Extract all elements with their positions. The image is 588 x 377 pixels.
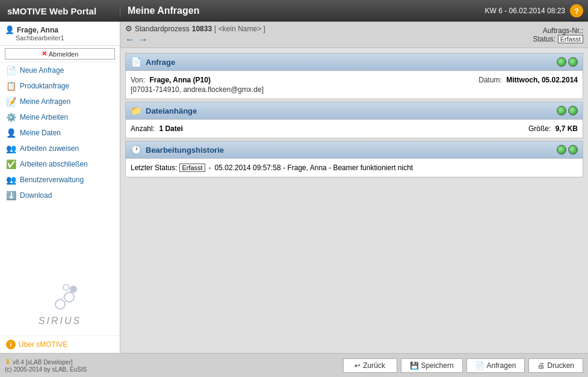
groesse-label: Größe: [528, 124, 551, 133]
process-nav: ← → [125, 34, 265, 45]
footer-version: ⬇ v8.4 [sLAB Developer] (c) 2005-2014 by… [5, 358, 87, 373]
section-datei-btn-2[interactable] [568, 106, 578, 115]
gear-person-icon: ⚙️ [6, 112, 16, 122]
letzter-status-label: Letzter Status: [131, 164, 177, 172]
download-icon: ⬇️ [6, 191, 16, 200]
sidebar-logo-area: SIRIUS [0, 271, 120, 336]
svg-point-0 [55, 299, 65, 309]
footer: ⬇ v8.4 [sLAB Developer] (c) 2005-2014 by… [0, 353, 588, 377]
sirius-logo-svg [36, 280, 84, 313]
sidebar-item-meine-daten[interactable]: 👤 Meine Daten [0, 125, 120, 141]
section-history-btn-2[interactable] [568, 145, 578, 155]
sidebar-item-benutzerverwaltung[interactable]: 👥 Benutzerverwaltung [0, 172, 120, 188]
x-icon: ✕ [42, 50, 47, 58]
sidebar-user-name: 👤 Frage, Anna [5, 25, 115, 34]
folder-icon: 📁 [131, 105, 142, 116]
section-history-btn-1[interactable] [557, 145, 566, 155]
svg-point-2 [70, 286, 77, 293]
svg-point-1 [64, 292, 74, 302]
datum-area: Datum: Mittwoch, 05.02.2014 [478, 76, 578, 84]
zurueck-button[interactable]: ↩ Zurück [343, 358, 397, 373]
nav-forward-arrow[interactable]: → [138, 34, 148, 45]
von-label: Von: [131, 76, 145, 84]
footer-version-line1: ⬇ v8.4 [sLAB Developer] [5, 358, 87, 366]
process-bar: ⚙ Standardprozess 10833 [ <kein Name> ] … [120, 22, 588, 48]
datum-label: Datum: [478, 76, 502, 84]
drucken-icon: 🖨 [537, 361, 545, 370]
sidebar-item-meine-arbeiten[interactable]: ⚙️ Meine Arbeiten [0, 109, 120, 125]
sidebar-item-arbeiten-zuweisen[interactable]: 👥 Arbeiten zuweisen [0, 141, 120, 156]
section-history-content: Letzter Status: Erfasst - 05.02.2014 09:… [126, 159, 583, 177]
sirius-logo-text: SIRIUS [9, 316, 111, 326]
erfasst-badge-top: Erfasst [558, 35, 583, 43]
zurueck-icon: ↩ [354, 361, 361, 370]
section-datei-btn-1[interactable] [557, 106, 566, 115]
sidebar-user-role: Sachbearbeiter1 [5, 34, 115, 41]
sidebar-nav: 📄 Neue Anfrage 📋 Produktanfrage 📝 Meine … [0, 63, 120, 271]
section-anfrage-title: 📄 Anfrage [131, 57, 175, 67]
help-button[interactable]: ? [570, 4, 583, 17]
section-anfrage-controls [557, 57, 578, 67]
logout-button[interactable]: ✕ Abmelden [5, 48, 115, 60]
anfrage-doc-icon: 📄 [131, 57, 142, 67]
section-anfrage: 📄 Anfrage Von: Frage, Anna (P10) [125, 53, 583, 99]
anzahl-value: 1 Datei [159, 124, 182, 133]
sidebar-item-neue-anfrage[interactable]: 📄 Neue Anfrage [0, 63, 120, 78]
anfragen-icon: 📄 [475, 361, 484, 370]
sidebar-item-arbeiten-abschliessen[interactable]: ✅ Arbeiten abschließen [0, 156, 120, 172]
section-anfrage-header: 📄 Anfrage [126, 54, 583, 71]
anzahl-label: Anzahl: [131, 124, 155, 133]
sidebar-item-produktanfrage[interactable]: 📋 Produktanfrage [0, 78, 120, 94]
contact-info: [07031-714910, andrea.flocken@gmx.de] [131, 85, 578, 94]
section-datei-header: 📁 Dateianhänge [126, 102, 583, 120]
von-value: Frage, Anna (P10) [149, 76, 211, 84]
sections-container: 📄 Anfrage Von: Frage, Anna (P10) [120, 48, 588, 353]
anfragen-button[interactable]: 📄 Anfragen [466, 358, 525, 373]
section-datei-title: 📁 Dateianhänge [131, 105, 197, 116]
section-anfrage-content: Von: Frage, Anna (P10) Datum: Mittwoch, … [126, 71, 583, 99]
history-detail: 05.02.2014 09:57:58 - Frage, Anna - Beam… [215, 164, 413, 172]
gear-icon: ⚙ [125, 24, 132, 33]
info-icon: i [6, 340, 16, 349]
person-data-icon: 👤 [6, 128, 16, 138]
datum-value: Mittwoch, 05.02.2014 [506, 76, 578, 84]
svg-point-3 [63, 284, 69, 290]
header-kw: KW 6 - 06.02.2014 08:23 [485, 7, 565, 15]
footer-version-line2: (c) 2005-2014 by sLAB, EuSIS [5, 366, 87, 373]
speichern-icon: 💾 [410, 361, 419, 370]
process-info: ⚙ Standardprozess 10833 [ <kein Name> ] [125, 24, 265, 33]
sirius-footer-icon: ⬇ [5, 358, 11, 366]
speichern-button[interactable]: 💾 Speichern [401, 358, 463, 373]
footer-buttons: ↩ Zurück 💾 Speichern 📄 Anfragen 🖨 Drucke… [343, 358, 583, 373]
doc-my-icon: 📝 [6, 97, 16, 106]
section-btn-1[interactable] [557, 57, 566, 67]
section-history-title: 🕐 Bearbeitungshistorie [131, 144, 224, 155]
section-datei-controls [557, 106, 578, 115]
section-bearbeitungshistorie: 🕐 Bearbeitungshistorie Letzter Status: E… [125, 141, 583, 177]
header: sMOTIVE Web Portal Meine Anfragen KW 6 -… [0, 0, 588, 22]
content-area: ⚙ Standardprozess 10833 [ <kein Name> ] … [120, 22, 588, 353]
assign-icon: 👥 [6, 144, 16, 153]
process-status: Auftrags-Nr.: Status: Erfasst [533, 26, 583, 43]
doc-new-icon: 📄 [6, 66, 16, 75]
section-btn-2[interactable] [568, 57, 578, 67]
nav-back-arrow[interactable]: ← [125, 34, 135, 45]
drucken-button[interactable]: 🖨 Drucken [528, 358, 583, 373]
separator: - [209, 164, 211, 172]
complete-icon: ✅ [6, 159, 16, 169]
status-line: Status: Erfasst [533, 35, 583, 43]
sidebar-about[interactable]: i Über sMOTIVE [0, 336, 120, 353]
history-icon: 🕐 [131, 144, 142, 155]
header-title: Meine Anfragen [120, 5, 485, 16]
section-datei-content: Anzahl: 1 Datei Größe: 9,7 KB [126, 120, 583, 138]
sidebar-item-meine-anfragen[interactable]: 📝 Meine Anfragen [0, 94, 120, 109]
sidebar-item-download[interactable]: ⬇️ Download [0, 188, 120, 203]
erfasst-badge-history: Erfasst [179, 164, 205, 172]
header-logo: sMOTIVE Web Portal [0, 6, 120, 16]
sidebar-user: 👤 Frage, Anna Sachbearbeiter1 [0, 22, 120, 46]
section-history-header: 🕐 Bearbeitungshistorie [126, 141, 583, 159]
auftrags-nr: Auftrags-Nr.: [533, 26, 583, 35]
doc-product-icon: 📋 [6, 81, 16, 91]
header-info: KW 6 - 06.02.2014 08:23 ? [485, 4, 588, 17]
groesse-value: 9,7 KB [556, 124, 578, 133]
